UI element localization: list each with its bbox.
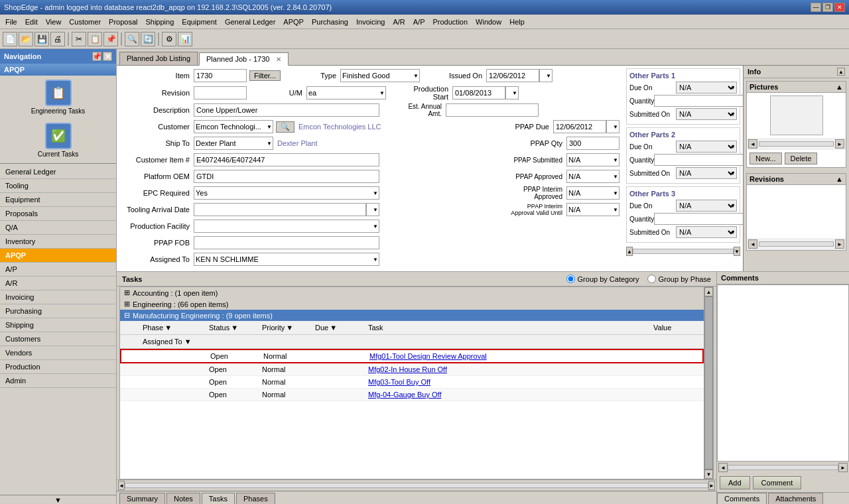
task-row-3[interactable]: Open Normal Mfg03-Tool Buy Off bbox=[120, 376, 704, 389]
task-3-task[interactable]: Mfg03-Tool Buy Off bbox=[365, 377, 704, 387]
op2-submitted-select[interactable]: N/A bbox=[676, 167, 737, 179]
op3-qty-input[interactable] bbox=[654, 213, 750, 225]
issued-on-dropdown[interactable] bbox=[539, 69, 553, 82]
item-input[interactable] bbox=[194, 69, 247, 82]
phase-filter-icon[interactable]: ▼ bbox=[164, 324, 172, 332]
menu-equipment[interactable]: Equipment bbox=[178, 17, 221, 27]
engineering-group-header[interactable]: ⊞ Engineering : (66 open items) bbox=[120, 298, 704, 310]
um-select[interactable]: ea bbox=[306, 86, 386, 99]
menu-general-ledger[interactable]: General Ledger bbox=[221, 17, 279, 27]
op1-qty-input[interactable] bbox=[654, 95, 750, 107]
menu-shipping[interactable]: Shipping bbox=[141, 17, 178, 27]
sidebar-item-engineering-tasks[interactable]: 📋 Engineering Tasks bbox=[0, 76, 116, 119]
rev-scroll-left[interactable]: ◄ bbox=[748, 239, 757, 249]
epc-select[interactable]: Yes bbox=[194, 186, 379, 200]
tab-attachments[interactable]: Attachments bbox=[768, 493, 823, 504]
revisions-header[interactable]: Revisions ▲ bbox=[747, 174, 846, 185]
platform-input[interactable] bbox=[194, 170, 379, 183]
tasks-hscroll-right[interactable]: ► bbox=[708, 481, 715, 490]
ppap-interim-valid-select[interactable]: N/A bbox=[566, 203, 620, 216]
ppap-due-input[interactable] bbox=[553, 120, 606, 133]
menu-edit[interactable]: Edit bbox=[21, 17, 42, 27]
close-button[interactable]: ✕ bbox=[834, 3, 845, 12]
menu-proposal[interactable]: Proposal bbox=[105, 17, 141, 27]
group-by-phase-option[interactable]: Group by Phase bbox=[647, 275, 712, 283]
assigned-to-select[interactable]: KEN N SCHLIMME bbox=[194, 253, 379, 266]
accounting-group-header[interactable]: ⊞ Accounting : (1 open item) bbox=[120, 287, 704, 298]
group-by-category-option[interactable]: Group by Category bbox=[566, 275, 639, 283]
comments-textarea[interactable] bbox=[720, 288, 846, 458]
tab-summary[interactable]: Summary bbox=[119, 493, 165, 504]
ppap-due-dropdown[interactable] bbox=[606, 120, 620, 133]
menu-invoicing[interactable]: Invoicing bbox=[352, 17, 389, 27]
sidebar-item-ap[interactable]: A/P bbox=[0, 263, 116, 277]
sidebar-item-production[interactable]: Production bbox=[0, 360, 116, 374]
minimize-button[interactable]: — bbox=[811, 3, 821, 12]
prod-facility-select[interactable] bbox=[194, 220, 379, 233]
menu-help[interactable]: Help bbox=[505, 17, 529, 27]
toolbar-print[interactable]: 🖨 bbox=[50, 32, 65, 46]
tasks-scroll-thumb[interactable] bbox=[704, 296, 713, 470]
toolbar-cut[interactable]: ✂ bbox=[72, 32, 86, 46]
sidebar-item-general-ledger[interactable]: General Ledger bbox=[0, 165, 116, 179]
menu-purchasing[interactable]: Purchasing bbox=[308, 17, 352, 27]
menu-file[interactable]: File bbox=[1, 17, 21, 27]
task-4-task[interactable]: Mfg-04-Gauge Buy Off bbox=[365, 389, 704, 400]
tasks-hscroll-left[interactable]: ◄ bbox=[118, 481, 125, 490]
sidebar-item-purchasing[interactable]: Purchasing bbox=[0, 304, 116, 318]
tab-comments[interactable]: Comments bbox=[717, 493, 767, 504]
menu-customer[interactable]: Customer bbox=[65, 17, 105, 27]
sidebar-pin[interactable]: 📌 bbox=[92, 52, 101, 61]
task-1-task[interactable]: Mfg01-Tool Design Review Approval bbox=[367, 351, 702, 361]
sidebar-item-invoicing[interactable]: Invoicing bbox=[0, 290, 116, 304]
ship-to-select[interactable]: Dexter Plant bbox=[194, 137, 273, 150]
toolbar-save[interactable]: 💾 bbox=[34, 32, 49, 46]
task-2-task[interactable]: Mfg02-In House Run Off bbox=[365, 364, 704, 375]
op2-due-select[interactable]: N/A bbox=[676, 141, 737, 153]
menu-production[interactable]: Production bbox=[428, 17, 472, 27]
revision-input[interactable] bbox=[194, 86, 247, 99]
pictures-new-button[interactable]: New... bbox=[750, 153, 782, 164]
toolbar-copy[interactable]: 📋 bbox=[88, 32, 102, 46]
filter-button[interactable]: Filter... bbox=[249, 70, 281, 81]
prod-start-input[interactable] bbox=[452, 86, 505, 99]
sidebar-item-ar[interactable]: A/R bbox=[0, 277, 116, 290]
status-filter-icon[interactable]: ▼ bbox=[231, 324, 238, 332]
tab-phases[interactable]: Phases bbox=[236, 493, 275, 504]
toolbar-new[interactable]: 📄 bbox=[3, 32, 17, 46]
tab-close-icon[interactable]: ✕ bbox=[276, 56, 281, 63]
prod-start-dropdown[interactable] bbox=[505, 86, 519, 99]
sidebar-item-current-tasks[interactable]: ✅ Current Tasks bbox=[0, 119, 116, 162]
sidebar-item-tooling[interactable]: Tooling bbox=[0, 179, 116, 193]
sidebar-item-customers[interactable]: Customers bbox=[0, 332, 116, 346]
priority-filter-icon[interactable]: ▼ bbox=[286, 324, 293, 332]
task-row-2[interactable]: Open Normal Mfg02-In House Run Off bbox=[120, 363, 704, 376]
type-select[interactable]: Finished Good bbox=[340, 69, 420, 82]
form-scroll-up[interactable]: ▲ bbox=[626, 247, 633, 256]
task-row-4[interactable]: Open Normal Mfg-04-Gauge Buy Off bbox=[120, 389, 704, 401]
ppap-submitted-select[interactable]: N/A bbox=[566, 153, 620, 166]
due-filter-icon[interactable]: ▼ bbox=[330, 324, 337, 332]
toolbar-extra2[interactable]: 📊 bbox=[178, 32, 192, 46]
ppap-fob-input[interactable] bbox=[194, 236, 379, 249]
est-annual-input[interactable] bbox=[446, 103, 539, 117]
sidebar-close[interactable]: ✕ bbox=[103, 52, 112, 61]
mfg-group-header[interactable]: ⊟ Manufacturing Engineering : (9 open it… bbox=[120, 310, 704, 321]
sidebar-item-apqp[interactable]: APQP bbox=[0, 249, 116, 263]
sidebar-bottom-arrow[interactable]: ▼ bbox=[0, 495, 116, 504]
customer-search-button[interactable]: 🔍 bbox=[276, 121, 294, 133]
menu-apqp[interactable]: APQP bbox=[279, 17, 308, 27]
sidebar-item-qa[interactable]: Q/A bbox=[0, 221, 116, 235]
form-scroll-down[interactable]: ▼ bbox=[734, 247, 740, 256]
description-input[interactable] bbox=[194, 103, 379, 117]
comments-scroll-right[interactable]: ► bbox=[838, 463, 848, 472]
tab-planned-job-listing[interactable]: Planned Job Listing bbox=[119, 52, 198, 65]
tab-planned-job-1730[interactable]: Planned Job - 1730 ✕ bbox=[199, 52, 288, 66]
tab-notes[interactable]: Notes bbox=[166, 493, 200, 504]
sidebar-item-inventory[interactable]: Inventory bbox=[0, 235, 116, 249]
add-button[interactable]: Add bbox=[720, 476, 750, 489]
tasks-scroll-up[interactable]: ▲ bbox=[704, 287, 713, 296]
toolbar-search[interactable]: 🔍 bbox=[125, 32, 139, 46]
menu-view[interactable]: View bbox=[42, 17, 66, 27]
ppap-qty-input[interactable] bbox=[566, 137, 620, 150]
